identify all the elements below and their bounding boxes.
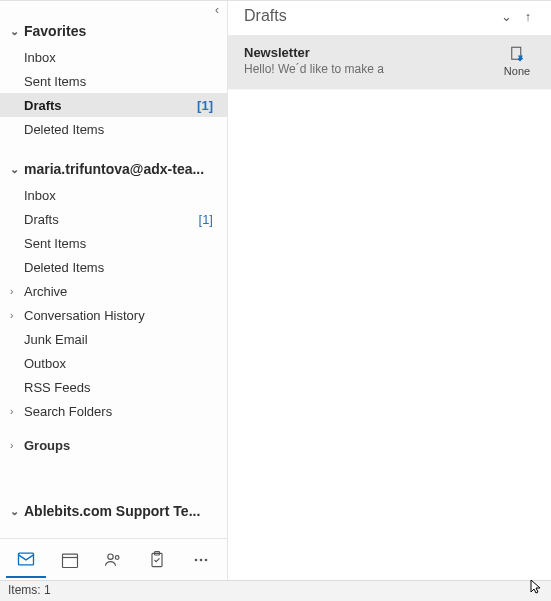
account-header[interactable]: ⌄ maria.trifuntova@adx-tea... xyxy=(0,155,227,183)
ellipsis-icon xyxy=(191,550,211,570)
chevron-right-icon: › xyxy=(10,286,24,297)
filter-dropdown-button[interactable]: ⌄ xyxy=(495,9,517,24)
message-preview: Hello! We´d like to make a xyxy=(244,62,497,76)
nav-bar xyxy=(0,538,227,580)
account-label: maria.trifuntova@adx-tea... xyxy=(24,161,221,177)
chevron-right-icon: › xyxy=(10,310,24,321)
favorites-inbox[interactable]: Inbox xyxy=(0,45,227,69)
chevron-right-icon: › xyxy=(10,440,24,451)
message-item[interactable]: Newsletter Hello! We´d like to make a No… xyxy=(228,35,551,90)
message-list-pane: Drafts ⌄ ↑ Newsletter Hello! We´d like t… xyxy=(228,1,551,580)
chevron-down-icon: ⌄ xyxy=(10,25,24,38)
favorites-header[interactable]: ⌄ Favorites xyxy=(0,17,227,45)
message-list-header: Drafts ⌄ ↑ xyxy=(228,1,551,35)
favorites-drafts[interactable]: Drafts [1] xyxy=(0,93,227,117)
account-deleted-items[interactable]: Deleted Items xyxy=(0,255,227,279)
groups-header[interactable]: › Groups xyxy=(0,433,227,457)
list-title: Drafts xyxy=(244,7,495,25)
favorites-label: Favorites xyxy=(24,23,221,39)
status-items-count: Items: 1 xyxy=(8,583,51,597)
calendar-icon xyxy=(60,550,80,570)
folder-tree: ⌄ Favorites Inbox Sent Items Drafts [1] … xyxy=(0,17,227,538)
people-icon xyxy=(103,550,123,570)
support-account-header[interactable]: ⌄ Ablebits.com Support Te... xyxy=(0,497,227,525)
account-rss-feeds[interactable]: RSS Feeds xyxy=(0,375,227,399)
account-search-folders[interactable]: › Search Folders xyxy=(0,399,227,423)
people-nav-button[interactable] xyxy=(94,542,134,578)
mail-nav-button[interactable] xyxy=(6,542,46,578)
folder-pane: ‹ ⌄ Favorites Inbox Sent Items Drafts [1… xyxy=(0,1,228,580)
svg-rect-0 xyxy=(18,553,33,565)
draft-icon xyxy=(508,45,526,63)
support-account-label: Ablebits.com Support Te... xyxy=(24,503,221,519)
account-drafts-count-badge: [1] xyxy=(199,212,217,227)
message-date: None xyxy=(504,65,530,77)
tasks-nav-button[interactable] xyxy=(137,542,177,578)
chevron-down-icon: ⌄ xyxy=(10,505,24,518)
tasks-icon xyxy=(147,550,167,570)
account-outbox[interactable]: Outbox xyxy=(0,351,227,375)
more-nav-button[interactable] xyxy=(181,542,221,578)
sort-button[interactable]: ↑ xyxy=(517,9,539,24)
mail-icon xyxy=(16,549,36,569)
svg-point-11 xyxy=(200,558,203,561)
account-conversation-history[interactable]: › Conversation History xyxy=(0,303,227,327)
account-archive[interactable]: › Archive xyxy=(0,279,227,303)
account-inbox[interactable]: Inbox xyxy=(0,183,227,207)
svg-rect-1 xyxy=(62,554,77,567)
favorites-deleted-items[interactable]: Deleted Items xyxy=(0,117,227,141)
account-sent-items[interactable]: Sent Items xyxy=(0,231,227,255)
message-subject: Newsletter xyxy=(244,45,497,60)
collapse-pane-button[interactable]: ‹ xyxy=(0,1,227,17)
svg-point-6 xyxy=(108,554,113,559)
account-junk-email[interactable]: Junk Email xyxy=(0,327,227,351)
calendar-nav-button[interactable] xyxy=(50,542,90,578)
svg-point-10 xyxy=(195,558,198,561)
status-bar: Items: 1 xyxy=(0,580,551,601)
favorites-sent-items[interactable]: Sent Items xyxy=(0,69,227,93)
drafts-count-badge: [1] xyxy=(197,98,217,113)
svg-point-7 xyxy=(116,555,120,559)
chevron-down-icon: ⌄ xyxy=(10,163,24,176)
svg-point-12 xyxy=(205,558,208,561)
account-drafts[interactable]: Drafts [1] xyxy=(0,207,227,231)
chevron-right-icon: › xyxy=(10,406,24,417)
